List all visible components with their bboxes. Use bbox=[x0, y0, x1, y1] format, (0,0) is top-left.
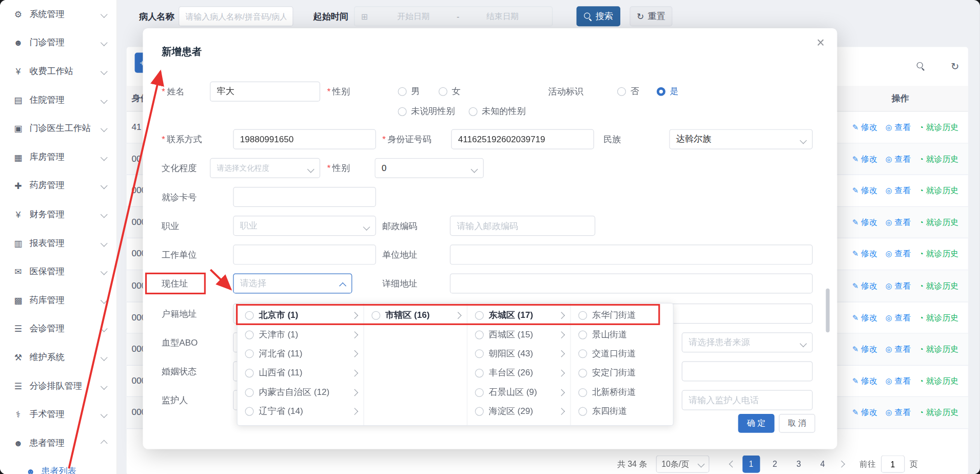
sidebar-item[interactable]: ▣ 门诊医生工作站 bbox=[0, 115, 116, 143]
radio-male[interactable]: 男 bbox=[398, 86, 420, 97]
ethnic-select[interactable]: 达斡尔族 bbox=[669, 129, 813, 149]
cascader-option[interactable]: 辽宁省 (14) bbox=[238, 402, 363, 421]
view-link[interactable]: ◎ 查看 bbox=[886, 344, 911, 355]
next-page-button[interactable] bbox=[834, 456, 848, 473]
reset-button[interactable]: ↻ 重置 bbox=[630, 6, 672, 26]
edit-link[interactable]: ✎ 修改 bbox=[852, 375, 877, 387]
patient-name-input[interactable] bbox=[179, 6, 293, 26]
cascader-option[interactable]: 北新桥街道 bbox=[571, 383, 674, 402]
cascader-option[interactable]: 东城区 (17) bbox=[467, 306, 570, 325]
gender2-select[interactable]: 0 bbox=[375, 158, 483, 178]
cascader-option[interactable]: 安定门街道 bbox=[571, 364, 674, 383]
view-link[interactable]: ◎ 查看 bbox=[886, 312, 911, 324]
visit-history-link[interactable]: ◔ 就诊历史 bbox=[919, 407, 958, 419]
cascader-option[interactable]: 山西省 (11) bbox=[238, 364, 363, 383]
cascader-option[interactable]: 东华门街道 bbox=[571, 306, 674, 325]
close-icon[interactable]: × bbox=[816, 36, 825, 50]
visit-history-link[interactable]: ◔ 就诊历史 bbox=[919, 154, 958, 165]
radio-active-no[interactable]: 否 bbox=[617, 86, 639, 97]
sidebar-item[interactable]: ☰ 会诊管理 bbox=[0, 314, 116, 343]
work-address-input[interactable] bbox=[450, 244, 813, 264]
name-input[interactable] bbox=[210, 82, 320, 102]
cascader-option[interactable]: 北京市 (1) bbox=[238, 306, 363, 325]
edit-link[interactable]: ✎ 修改 bbox=[852, 122, 877, 133]
cascader-option[interactable]: 河北省 (11) bbox=[238, 345, 363, 364]
view-link[interactable]: ◎ 查看 bbox=[886, 375, 911, 387]
cascader-option[interactable]: 石景山区 (9) bbox=[467, 383, 570, 402]
page-button[interactable]: 4 bbox=[814, 456, 831, 473]
visit-history-link[interactable]: ◔ 就诊历史 bbox=[919, 344, 958, 355]
sidebar-item[interactable]: ☰ 分诊排队管理 bbox=[0, 372, 116, 401]
sidebar-item[interactable]: ✚ 药房管理 bbox=[0, 172, 116, 200]
work-unit-input[interactable] bbox=[233, 244, 376, 264]
postal-input[interactable] bbox=[450, 216, 595, 236]
visit-history-link[interactable]: ◔ 就诊历史 bbox=[919, 249, 958, 260]
page-button[interactable]: 2 bbox=[766, 456, 783, 473]
sidebar-item[interactable]: ⚙ 系统管理 bbox=[0, 0, 116, 29]
detail-address-input[interactable] bbox=[450, 273, 813, 293]
edit-link[interactable]: ✎ 修改 bbox=[852, 249, 877, 260]
radio-gender-unknown[interactable]: 未知的性别 bbox=[468, 106, 525, 117]
cascader-option[interactable]: 交道口街道 bbox=[571, 345, 674, 364]
cascader-option[interactable]: 海淀区 (29) bbox=[467, 402, 570, 421]
visit-history-link[interactable]: ◔ 就诊历史 bbox=[919, 217, 958, 228]
visit-history-link[interactable]: ◔ 就诊历史 bbox=[919, 185, 958, 196]
page-button[interactable]: 3 bbox=[790, 456, 808, 473]
cascader-option[interactable]: 景山街道 bbox=[571, 325, 674, 344]
edit-link[interactable]: ✎ 修改 bbox=[852, 217, 877, 228]
view-link[interactable]: ◎ 查看 bbox=[886, 217, 911, 228]
sidebar-item[interactable]: ▩ 药库管理 bbox=[0, 286, 116, 315]
visit-history-link[interactable]: ◔ 就诊历史 bbox=[919, 375, 958, 387]
edit-link[interactable]: ✎ 修改 bbox=[852, 312, 877, 324]
sidebar-item[interactable]: ⚕ 手术管理 bbox=[0, 401, 116, 429]
view-link[interactable]: ◎ 查看 bbox=[886, 249, 911, 260]
cascader-option[interactable]: 内蒙古自治区 (12) bbox=[238, 383, 363, 402]
edit-link[interactable]: ✎ 修改 bbox=[852, 280, 877, 292]
page-size-select[interactable]: 10条/页 bbox=[656, 456, 709, 473]
edit-link[interactable]: ✎ 修改 bbox=[852, 344, 877, 355]
edit-link[interactable]: ✎ 修改 bbox=[852, 407, 877, 419]
sidebar-item[interactable]: ¥ 财务管理 bbox=[0, 200, 116, 229]
radio-gender-unstated[interactable]: 未说明性别 bbox=[398, 106, 455, 117]
radio-active-yes[interactable]: 是 bbox=[657, 86, 679, 97]
confirm-button[interactable]: 确 定 bbox=[738, 414, 775, 433]
view-link[interactable]: ◎ 查看 bbox=[886, 185, 911, 196]
edit-link[interactable]: ✎ 修改 bbox=[852, 154, 877, 165]
marriage-extra-input[interactable] bbox=[682, 361, 813, 381]
sidebar-item[interactable]: ▦ 库房管理 bbox=[0, 143, 116, 172]
patient-source-select[interactable]: 请选择患者来源 bbox=[682, 332, 813, 352]
table-refresh-icon[interactable]: ↻ bbox=[946, 57, 964, 74]
sidebar-item-patient-list[interactable]: ☻ 患者列表 bbox=[0, 457, 116, 474]
view-link[interactable]: ◎ 查看 bbox=[886, 122, 911, 133]
view-link[interactable]: ◎ 查看 bbox=[886, 280, 911, 292]
cascader-option[interactable]: 市辖区 (16) bbox=[364, 306, 467, 325]
sidebar-item[interactable]: ☻ 患者管理 bbox=[0, 429, 116, 458]
idcard-input[interactable] bbox=[451, 129, 594, 149]
cancel-button[interactable]: 取 消 bbox=[779, 414, 815, 433]
cascader-option[interactable]: 天津市 (1) bbox=[238, 325, 363, 344]
view-link[interactable]: ◎ 查看 bbox=[886, 407, 911, 419]
sidebar-item[interactable]: ¥ 收费工作站 bbox=[0, 57, 116, 86]
date-range-picker[interactable]: ⊞ 开始日期 - 结束日期 bbox=[354, 6, 553, 26]
education-select[interactable]: 请选择文化程度 bbox=[210, 158, 320, 178]
guardian-phone-input[interactable] bbox=[682, 390, 813, 410]
visit-history-link[interactable]: ◔ 就诊历史 bbox=[919, 280, 958, 292]
search-button[interactable]: 搜索 bbox=[577, 6, 620, 26]
job-select[interactable]: 职业 bbox=[233, 216, 376, 236]
goto-page-input[interactable] bbox=[881, 456, 905, 473]
table-search-icon[interactable] bbox=[912, 57, 929, 74]
visit-history-link[interactable]: ◔ 就诊历史 bbox=[919, 122, 958, 133]
page-button[interactable]: 1 bbox=[742, 456, 760, 473]
sidebar-item[interactable]: ⚒ 维护系统 bbox=[0, 343, 116, 372]
radio-female[interactable]: 女 bbox=[439, 86, 461, 97]
sidebar-item[interactable]: ✉ 医保管理 bbox=[0, 257, 116, 286]
cascader-option[interactable]: 丰台区 (26) bbox=[467, 364, 570, 383]
cascader-option[interactable]: 东四街道 bbox=[571, 402, 674, 421]
visit-card-input[interactable] bbox=[233, 187, 376, 207]
cascader-option[interactable]: 朝阳区 (43) bbox=[467, 345, 570, 364]
modal-scrollbar[interactable] bbox=[826, 289, 830, 332]
sidebar-item[interactable]: ▥ 报表管理 bbox=[0, 229, 116, 257]
view-link[interactable]: ◎ 查看 bbox=[886, 154, 911, 165]
contact-input[interactable] bbox=[233, 129, 376, 149]
edit-link[interactable]: ✎ 修改 bbox=[852, 185, 877, 196]
